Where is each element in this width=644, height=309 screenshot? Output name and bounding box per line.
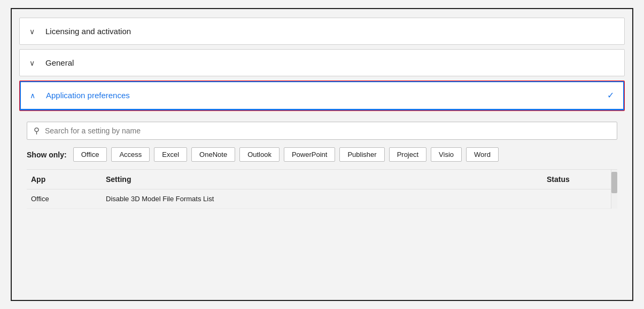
scrollbar-track[interactable] bbox=[611, 170, 617, 209]
filter-btn-powerpoint[interactable]: PowerPoint bbox=[284, 147, 335, 162]
filter-btn-outlook[interactable]: Outlook bbox=[239, 147, 280, 162]
filter-label: Show only: bbox=[27, 150, 67, 159]
chevron-down-icon: ∨ bbox=[29, 27, 39, 36]
filter-btn-project[interactable]: Project bbox=[389, 147, 426, 162]
scrollbar-thumb[interactable] bbox=[611, 172, 617, 193]
cell-setting: Disable 3D Model File Formats List bbox=[102, 195, 542, 203]
accordion-app-preferences-header[interactable]: ∧ Application preferences ✓ bbox=[20, 82, 624, 110]
cell-status bbox=[542, 195, 617, 203]
content-area: ⚲ Show only: Office Access Excel OneNote… bbox=[19, 115, 625, 209]
search-box[interactable]: ⚲ bbox=[27, 122, 617, 140]
search-input[interactable] bbox=[45, 126, 610, 135]
cell-app: Office bbox=[27, 195, 102, 203]
accordion-app-preferences[interactable]: ∧ Application preferences ✓ bbox=[19, 81, 625, 111]
col-status: Status bbox=[542, 175, 617, 184]
table-header: App Setting Status bbox=[27, 170, 617, 189]
filter-btn-onenote[interactable]: OneNote bbox=[191, 147, 235, 162]
filter-btn-publisher[interactable]: Publisher bbox=[339, 147, 384, 162]
filter-btn-visio[interactable]: Visio bbox=[431, 147, 462, 162]
filter-row: Show only: Office Access Excel OneNote O… bbox=[27, 147, 617, 162]
chevron-up-icon: ∧ bbox=[30, 91, 40, 100]
table-area: App Setting Status Office Disable 3D Mod… bbox=[27, 169, 617, 209]
col-setting: Setting bbox=[102, 175, 542, 184]
filter-btn-excel[interactable]: Excel bbox=[154, 147, 187, 162]
col-app: App bbox=[27, 175, 102, 184]
accordion-licensing-title: Licensing and activation bbox=[45, 27, 131, 36]
check-icon: ✓ bbox=[607, 90, 614, 100]
accordion-licensing[interactable]: ∨ Licensing and activation bbox=[19, 18, 625, 45]
accordion-general[interactable]: ∨ General bbox=[19, 49, 625, 76]
chevron-down-icon: ∨ bbox=[29, 59, 39, 67]
table-row: Office Disable 3D Model File Formats Lis… bbox=[27, 189, 617, 209]
filter-btn-office[interactable]: Office bbox=[73, 147, 107, 162]
main-container: ∨ Licensing and activation ∨ General ∧ A… bbox=[11, 8, 633, 301]
filter-btn-access[interactable]: Access bbox=[111, 147, 150, 162]
accordion-app-preferences-title: Application preferences bbox=[46, 91, 130, 100]
accordion-general-header[interactable]: ∨ General bbox=[20, 50, 624, 76]
accordion-licensing-header[interactable]: ∨ Licensing and activation bbox=[20, 18, 624, 44]
filter-btn-word[interactable]: Word bbox=[466, 147, 499, 162]
accordion-general-title: General bbox=[45, 58, 74, 67]
search-icon: ⚲ bbox=[34, 126, 40, 136]
